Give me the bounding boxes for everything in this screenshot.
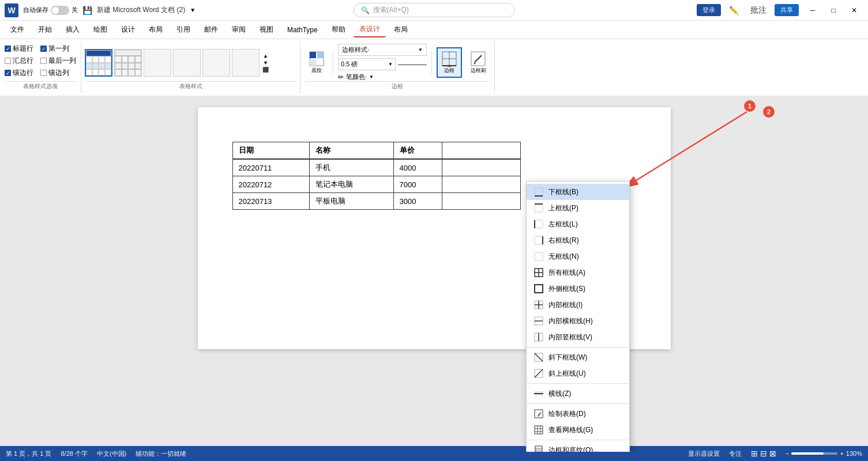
dropdown-item-horizontal-line[interactable]: 横线(Z)	[527, 386, 629, 402]
cb-first-col[interactable]: ✓ 第一列	[40, 44, 69, 54]
cell-date-2: 20220712	[232, 176, 309, 193]
dropdown-item-inside-v-borders[interactable]: 内部竖框线(V)	[527, 329, 629, 345]
read-mode-btn[interactable]: ⊠	[769, 449, 776, 458]
menu-design[interactable]: 设计	[115, 22, 141, 37]
cb-banded-cols[interactable]: 镶边列	[40, 68, 69, 78]
border-active-button[interactable]: 边框	[437, 47, 462, 78]
zoom-out-btn[interactable]: −	[786, 450, 789, 457]
cb-last-col-label: 最后一列	[48, 56, 76, 66]
dropdown-item-diag-up[interactable]: 斜上框线(U)	[527, 365, 629, 381]
table-row: 20220713 平板电脑 3000	[232, 193, 520, 210]
cb-banded-rows[interactable]: ✓ 镶边行	[5, 68, 33, 78]
pen-color-selector[interactable]: ✏ 笔颜色· ▼	[338, 73, 427, 81]
status-display-settings[interactable]: 显示器设置	[688, 449, 720, 458]
dropdown-item-left-border[interactable]: 左框线(L)	[527, 216, 629, 232]
save-icon[interactable]: 💾	[82, 6, 92, 15]
zoom-slider[interactable]	[791, 452, 837, 455]
menu-mailings[interactable]: 邮件	[198, 22, 224, 37]
cb-banded-cols-label: 镶边列	[48, 68, 69, 78]
dropdown-item-inside-h-borders-label: 内部横框线(H)	[548, 316, 593, 326]
cell-name-2: 笔记本电脑	[309, 176, 393, 193]
dropdown-item-view-gridlines[interactable]: 查看网格线(G)	[527, 422, 629, 438]
edit-icon-button[interactable]: ✏️	[726, 5, 742, 16]
view-gridlines-icon	[533, 425, 544, 435]
dropdown-item-diag-down[interactable]: 斜下框线(W)	[527, 349, 629, 365]
autosave-toggle[interactable]	[51, 6, 69, 15]
table-style-2[interactable]	[114, 49, 142, 77]
menu-review[interactable]: 审阅	[226, 22, 251, 37]
close-button[interactable]: ✕	[845, 3, 863, 17]
dropdown-item-top-border[interactable]: 上框线(P)	[527, 200, 629, 216]
dropdown-item-inside-borders[interactable]: 内部框线(I)	[527, 297, 629, 313]
menu-help[interactable]: 帮助	[326, 22, 351, 37]
svg-rect-45	[535, 446, 542, 452]
maximize-button[interactable]: □	[824, 3, 843, 17]
gallery-scroll[interactable]: ▲ ▼ ⬛	[262, 53, 269, 73]
status-lang: 中文(中国)	[97, 449, 126, 458]
menu-file[interactable]: 文件	[5, 22, 30, 37]
menu-table-design[interactable]: 表设计	[354, 22, 386, 37]
minimize-button[interactable]: ─	[803, 3, 822, 17]
menu-view[interactable]: 视图	[254, 22, 279, 37]
cb-last-col[interactable]: 最后一列	[40, 56, 76, 66]
dropdown-item-inside-h-borders[interactable]: 内部横框线(H)	[527, 313, 629, 329]
dropdown-item-outside-border[interactable]: 外侧框线(S)	[527, 281, 629, 297]
table-style-1[interactable]	[85, 49, 112, 77]
menu-references[interactable]: 引用	[171, 22, 196, 37]
login-button[interactable]: 登录	[697, 4, 721, 16]
menu-home[interactable]: 开始	[32, 22, 58, 37]
title-bar-left: W 自动保存 关 💾 新建 Microsoft Word 文档 (2) ▼	[5, 3, 219, 17]
table-row: 20220712 笔记本电脑 7000	[232, 176, 520, 193]
dropdown-item-borders-shading[interactable]: 边框和底纹(O)...	[527, 442, 629, 452]
cell-name-1: 手机	[309, 159, 393, 176]
table-style-3[interactable]	[144, 49, 171, 77]
status-focus[interactable]: 专注	[729, 449, 742, 458]
dropdown-item-draw-table-label: 绘制表格(D)	[548, 409, 586, 419]
status-accessibility: 辅功能：一切就绪	[136, 449, 186, 458]
cb-title-row[interactable]: ✓ 标题行	[5, 44, 33, 54]
print-layout-btn[interactable]: ⊞	[751, 449, 758, 458]
share-button[interactable]: 共享	[775, 4, 799, 16]
shading-icon	[309, 51, 325, 67]
border-style-selector[interactable]: 边框样式· ▼	[338, 44, 427, 56]
menu-insert[interactable]: 插入	[60, 22, 85, 37]
dropdown-icon[interactable]: ▼	[190, 7, 196, 13]
dropdown-item-borders-shading-label: 边框和底纹(O)...	[548, 445, 599, 452]
comment-button[interactable]: 批注	[747, 4, 770, 17]
cb-last-col-box	[40, 58, 47, 64]
menu-bar: 文件 开始 插入 绘图 设计 布局 引用 邮件 审阅 视图 MathType 帮…	[0, 21, 868, 39]
border-top-icon	[533, 203, 544, 213]
search-box[interactable]: 🔍 搜索(Alt+Q)	[354, 3, 515, 17]
cb-first-col-label: 第一列	[48, 44, 69, 54]
autosave-state: 关	[72, 6, 78, 14]
status-bar: 第 1 页，共 1 页 8/28 个字 中文(中国) 辅功能：一切就绪 显示器设…	[0, 446, 868, 461]
share-label: 共享	[780, 6, 793, 13]
menu-draw[interactable]: 绘图	[88, 22, 113, 37]
border-style-button[interactable]: 底纹	[305, 50, 328, 75]
menu-layout[interactable]: 布局	[143, 22, 168, 37]
cell-extra1-3	[442, 193, 520, 210]
menu-mathtype[interactable]: MathType	[281, 24, 324, 36]
dropdown-item-draw-table[interactable]: 绘制表格(D)	[527, 406, 629, 422]
dropdown-item-right-border[interactable]: 右框线(R)	[527, 232, 629, 248]
table-style-5[interactable]	[202, 49, 230, 77]
border-btn-label: 边框	[444, 67, 454, 74]
menu-separator-4	[527, 440, 629, 440]
menu-table-layout[interactable]: 布局	[388, 22, 414, 37]
ribbon: ✓ 标题行 ✓ 第一列 汇总行 最后一列	[0, 39, 868, 96]
col-price: 单价	[393, 142, 442, 160]
cb-banded-rows-label: 镶边行	[13, 68, 33, 78]
border-width-selector[interactable]: 0.5 磅 ▼	[338, 58, 396, 70]
dropdown-item-bottom-border[interactable]: 下框线(B)	[527, 184, 629, 200]
zoom-in-btn[interactable]: +	[840, 450, 843, 457]
table-style-6[interactable]	[232, 49, 260, 77]
web-layout-btn[interactable]: ⊟	[760, 449, 767, 458]
dropdown-item-no-border[interactable]: 无框线(N)	[527, 248, 629, 264]
table-style-4[interactable]	[173, 49, 201, 77]
border-outside-icon	[533, 284, 544, 294]
svg-rect-23	[535, 285, 543, 293]
svg-rect-2	[317, 52, 324, 58]
dropdown-item-all-borders[interactable]: 所有框线(A)	[527, 264, 629, 281]
border-painter-button[interactable]: 边框刷	[467, 48, 490, 77]
cb-total-row[interactable]: 汇总行	[5, 56, 33, 66]
